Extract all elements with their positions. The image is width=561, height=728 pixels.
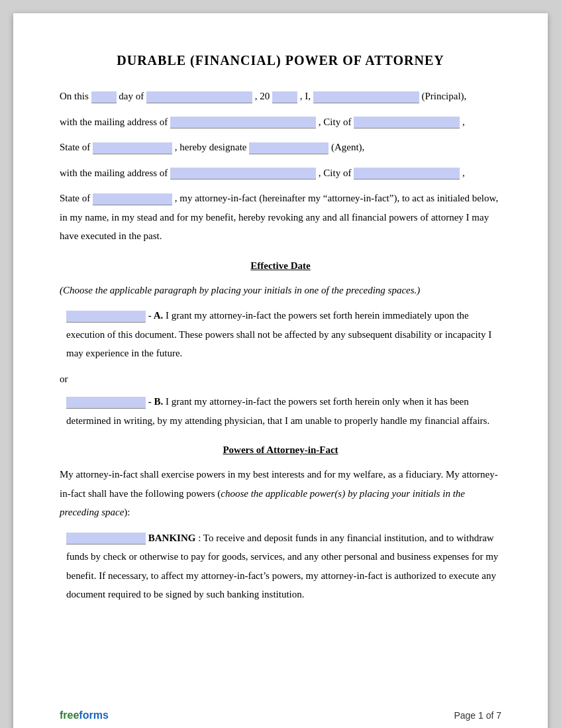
- powers-intro-post: ):: [124, 507, 130, 517]
- day-field[interactable]: [91, 91, 117, 103]
- effective-date-instruction: (Choose the applicable paragraph by plac…: [60, 281, 501, 300]
- intro-paragraph-3: State of , hereby designate (Agent),: [60, 138, 501, 157]
- principal-field[interactable]: [313, 91, 419, 103]
- brand-logo: freeforms: [60, 709, 109, 721]
- banking-initial-field[interactable]: [66, 533, 146, 545]
- or-separator: or: [60, 370, 501, 389]
- intro-mailing1: with the mailing address of: [60, 117, 168, 127]
- brand-forms: forms: [79, 709, 108, 721]
- instruction-text: (Choose the applicable paragraph by plac…: [60, 285, 420, 295]
- intro-agent-label: (Agent),: [331, 142, 364, 152]
- option-b-label: - B.: [148, 396, 164, 407]
- year-field[interactable]: [272, 91, 297, 103]
- intro-principal-label: (Principal),: [421, 91, 466, 101]
- intro-on-this: On this: [60, 91, 89, 101]
- page-footer: freeforms Page 1 of 7: [60, 709, 501, 721]
- intro-paragraph-5: State of , my attorney-in-fact (hereinaf…: [60, 189, 501, 246]
- intro-comma2: ,: [462, 168, 465, 178]
- option-a-label: - A.: [148, 310, 164, 321]
- intro-state-of2: State of: [60, 193, 90, 203]
- intro-state-of1: State of: [60, 142, 90, 152]
- intro-paragraph-1: On this day of , 20 , I, (Principal),: [60, 87, 501, 106]
- option-b-paragraph: - B. I grant my attorney-in-fact the pow…: [66, 392, 501, 430]
- intro-comma1: ,: [462, 117, 465, 127]
- intro-mailing2: with the mailing address of: [60, 168, 168, 178]
- intro-city-of1: , City of: [319, 117, 352, 127]
- powers-intro-paragraph: My attorney-in-fact shall exercise power…: [60, 465, 501, 522]
- state1-field[interactable]: [93, 142, 172, 154]
- intro-i: , I,: [300, 91, 313, 101]
- document-page: DURABLE (FINANCIAL) POWER OF ATTORNEY On…: [13, 13, 548, 728]
- state2-field[interactable]: [93, 193, 172, 205]
- intro-day-of: day of: [119, 91, 144, 101]
- brand-free: free: [60, 709, 79, 721]
- effective-date-heading: Effective Date: [60, 260, 501, 272]
- banking-label: BANKING: [148, 533, 196, 543]
- page-number: Page 1 of 7: [454, 710, 501, 721]
- month-field[interactable]: [146, 91, 252, 103]
- address1-field[interactable]: [170, 117, 316, 129]
- intro-city-of2: , City of: [319, 168, 352, 178]
- intro-paragraph-4: with the mailing address of , City of ,: [60, 164, 501, 183]
- option-a-paragraph: - A. I grant my attorney-in-fact the pow…: [66, 306, 501, 363]
- city1-field[interactable]: [354, 117, 460, 129]
- option-b-initial-field[interactable]: [66, 397, 146, 409]
- intro-paragraph-2: with the mailing address of , City of ,: [60, 113, 501, 132]
- address2-field[interactable]: [170, 168, 316, 180]
- intro-year-pre: , 20: [255, 91, 270, 101]
- intro-hereby: , hereby designate: [175, 142, 247, 152]
- powers-heading: Powers of Attorney-in-Fact: [60, 444, 501, 456]
- banking-paragraph: BANKING : To receive and deposit funds i…: [66, 529, 501, 604]
- option-a-initial-field[interactable]: [66, 311, 146, 323]
- city2-field[interactable]: [354, 168, 460, 180]
- agent-field[interactable]: [249, 142, 329, 154]
- document-title: DURABLE (FINANCIAL) POWER OF ATTORNEY: [60, 53, 501, 68]
